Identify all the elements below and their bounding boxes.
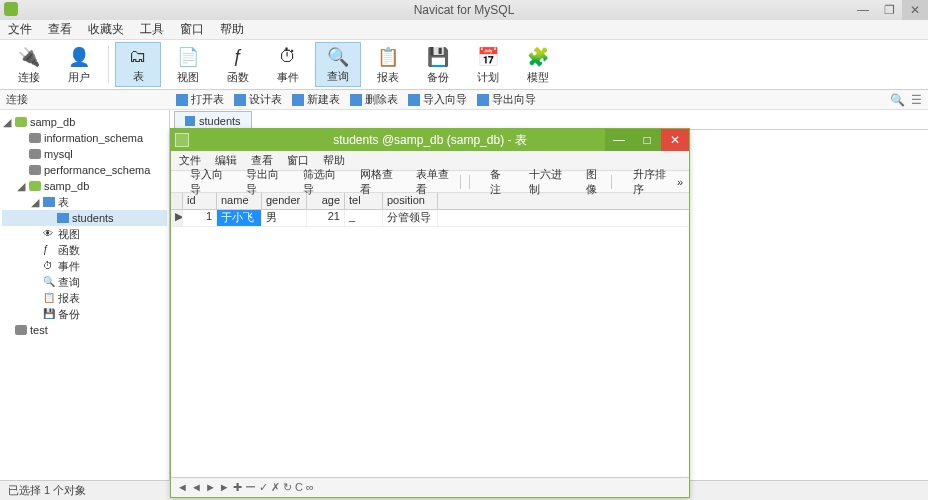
toolbar-计划[interactable]: 📅计划 bbox=[465, 42, 511, 87]
child-icon bbox=[175, 133, 189, 147]
网格查看-icon bbox=[347, 176, 357, 188]
tree-conn-sampdb[interactable]: samp_db bbox=[30, 114, 75, 130]
筛选向导-icon bbox=[290, 176, 300, 188]
table-action-icon bbox=[234, 94, 246, 106]
child-toolbar: 导入向导导出向导筛选向导网格查看表单查看备注十六进制图像升序排序» bbox=[171, 171, 689, 193]
计划-icon: 📅 bbox=[476, 45, 500, 69]
subtool-设计表[interactable]: 设计表 bbox=[234, 92, 282, 107]
data-grid[interactable]: id name gender age tel position ▶ 1 于小飞 … bbox=[171, 193, 689, 227]
cell-tel[interactable]: _ bbox=[345, 210, 383, 226]
tree-schema[interactable]: mysql bbox=[44, 146, 73, 162]
tree-group-备份[interactable]: 备份 bbox=[58, 306, 80, 322]
main-area: students students @samp_db (samp_db) - 表… bbox=[170, 110, 928, 480]
tree-group-事件[interactable]: 事件 bbox=[58, 258, 80, 274]
col-gender[interactable]: gender bbox=[262, 193, 307, 209]
subtool-删除表[interactable]: 删除表 bbox=[350, 92, 398, 107]
toolbar-视图[interactable]: 📄视图 bbox=[165, 42, 211, 87]
connection-tree[interactable]: ◢samp_db information_schema mysql perfor… bbox=[0, 110, 170, 480]
child-titlebar[interactable]: students @samp_db (samp_db) - 表 — □ ✕ bbox=[171, 129, 689, 151]
toolbar-报表[interactable]: 📋报表 bbox=[365, 42, 411, 87]
事件-icon: ⏱ bbox=[276, 45, 300, 69]
tree-table-students[interactable]: students bbox=[72, 210, 114, 226]
toolbar-用户[interactable]: 👤用户 bbox=[56, 42, 102, 87]
tree-group-视图[interactable]: 视图 bbox=[58, 226, 80, 242]
导出向导-icon bbox=[234, 176, 244, 188]
cell-id[interactable]: 1 bbox=[183, 210, 217, 226]
cell-gender[interactable]: 男 bbox=[262, 210, 307, 226]
cell-position[interactable]: 分管领导 bbox=[383, 210, 438, 226]
tree-tables-group[interactable]: 表 bbox=[58, 194, 69, 210]
tab-students[interactable]: students bbox=[174, 111, 252, 129]
tree-schema[interactable]: information_schema bbox=[44, 130, 143, 146]
app-titlebar: Navicat for MySQL — ❐ ✕ bbox=[0, 0, 928, 20]
subtool-导入向导[interactable]: 导入向导 bbox=[408, 92, 467, 107]
childtool-网格查看[interactable]: 网格查看 bbox=[347, 167, 396, 197]
toolbar-事件[interactable]: ⏱事件 bbox=[265, 42, 311, 87]
group-icon: 👁 bbox=[43, 226, 55, 242]
main-toolbar: 🔌连接👤用户🗂表📄视图ƒ函数⏱事件🔍查询📋报表💾备份📅计划🧩模型 bbox=[0, 40, 928, 90]
app-title: Navicat for MySQL bbox=[414, 3, 515, 17]
连接-icon: 🔌 bbox=[17, 45, 41, 69]
childtool-表单查看[interactable]: 表单查看 bbox=[404, 167, 453, 197]
row-marker-icon: ▶ bbox=[171, 210, 183, 226]
col-name[interactable]: name bbox=[217, 193, 262, 209]
cell-age[interactable]: 21 bbox=[307, 210, 345, 226]
tree-conn-test[interactable]: test bbox=[30, 322, 48, 338]
tree-schema[interactable]: performance_schema bbox=[44, 162, 150, 178]
toolbar-备份[interactable]: 💾备份 bbox=[415, 42, 461, 87]
sub-toolbar: 连接 打开表设计表新建表删除表导入向导导出向导 🔍 ☰ bbox=[0, 90, 928, 110]
childtool-导入向导[interactable]: 导入向导 bbox=[177, 167, 226, 197]
tree-group-查询[interactable]: 查询 bbox=[58, 274, 80, 290]
升序排序-icon bbox=[620, 176, 630, 188]
childtool-升序排序[interactable]: 升序排序 bbox=[620, 167, 669, 197]
minimize-button[interactable]: — bbox=[850, 0, 876, 20]
menu-file[interactable]: 文件 bbox=[8, 21, 32, 38]
table-action-icon bbox=[292, 94, 304, 106]
subtool-新建表[interactable]: 新建表 bbox=[292, 92, 340, 107]
group-icon: 🔍 bbox=[43, 274, 55, 290]
childtool-图像[interactable]: 图像 bbox=[573, 167, 604, 197]
col-tel[interactable]: tel bbox=[345, 193, 383, 209]
child-statusbar: ◄ ◄ ► ► ✚ ー ✓ ✗ ↻ C ∞ bbox=[171, 477, 689, 497]
menu-view[interactable]: 查看 bbox=[48, 21, 72, 38]
maximize-button[interactable]: ❐ bbox=[876, 0, 902, 20]
toolbar-查询[interactable]: 🔍查询 bbox=[315, 42, 361, 87]
app-logo-icon bbox=[4, 2, 18, 16]
menu-help[interactable]: 帮助 bbox=[220, 21, 244, 38]
record-navigator[interactable]: ◄ ◄ ► ► ✚ ー ✓ ✗ ↻ C ∞ bbox=[177, 480, 314, 495]
close-button[interactable]: ✕ bbox=[902, 0, 928, 20]
toolbar-连接[interactable]: 🔌连接 bbox=[6, 42, 52, 87]
child-close-button[interactable]: ✕ bbox=[661, 129, 689, 151]
toolbar-表[interactable]: 🗂表 bbox=[115, 42, 161, 87]
childtool-十六进制[interactable]: 十六进制 bbox=[516, 167, 565, 197]
col-age[interactable]: age bbox=[307, 193, 345, 209]
menu-fav[interactable]: 收藏夹 bbox=[88, 21, 124, 38]
childtool-导出向导[interactable]: 导出向导 bbox=[234, 167, 283, 197]
table-action-icon bbox=[176, 94, 188, 106]
col-id[interactable]: id bbox=[183, 193, 217, 209]
tree-db-sampdb[interactable]: samp_db bbox=[44, 178, 89, 194]
list-view-icon[interactable]: ☰ bbox=[911, 93, 922, 107]
menu-tools[interactable]: 工具 bbox=[140, 21, 164, 38]
十六进制-icon bbox=[516, 176, 526, 188]
tree-group-报表[interactable]: 报表 bbox=[58, 290, 80, 306]
search-icon[interactable]: 🔍 bbox=[890, 93, 905, 107]
menu-window[interactable]: 窗口 bbox=[180, 21, 204, 38]
col-position[interactable]: position bbox=[383, 193, 438, 209]
group-icon: ⏱ bbox=[43, 258, 55, 274]
函数-icon: ƒ bbox=[226, 45, 250, 69]
toolbar-函数[interactable]: ƒ函数 bbox=[215, 42, 261, 87]
childtool-备注[interactable]: 备注 bbox=[478, 167, 509, 197]
child-maximize-button[interactable]: □ bbox=[633, 129, 661, 151]
childtool-筛选向导[interactable]: 筛选向导 bbox=[290, 167, 339, 197]
connections-label: 连接 bbox=[0, 92, 170, 107]
child-minimize-button[interactable]: — bbox=[605, 129, 633, 151]
table-row[interactable]: ▶ 1 于小飞 男 21 _ 分管领导 bbox=[171, 210, 689, 227]
toolbar-模型[interactable]: 🧩模型 bbox=[515, 42, 561, 87]
child-toolbar-overflow[interactable]: » bbox=[677, 176, 683, 188]
subtool-打开表[interactable]: 打开表 bbox=[176, 92, 224, 107]
subtool-导出向导[interactable]: 导出向导 bbox=[477, 92, 536, 107]
tree-group-函数[interactable]: 函数 bbox=[58, 242, 80, 258]
cell-name[interactable]: 于小飞 bbox=[217, 210, 262, 226]
data-window: students @samp_db (samp_db) - 表 — □ ✕ 文件… bbox=[170, 128, 690, 498]
